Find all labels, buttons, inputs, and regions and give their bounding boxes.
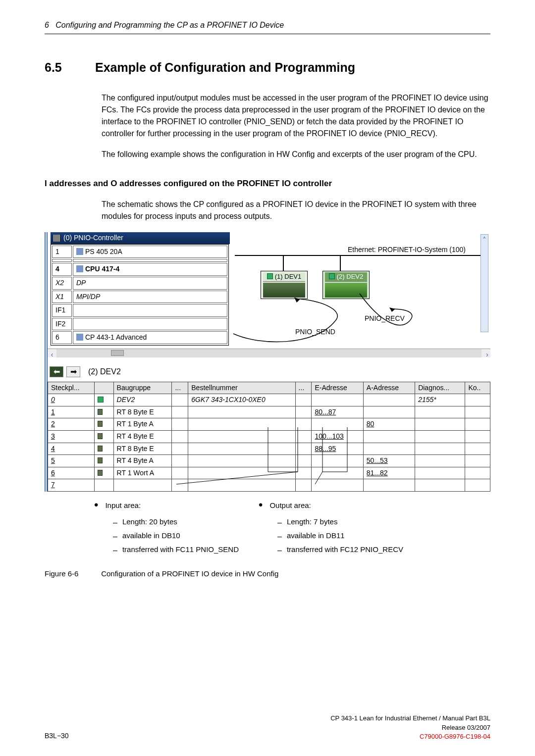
scroll-left-icon[interactable]: ‹	[48, 349, 56, 357]
net-bar	[235, 255, 485, 256]
subheading: I addresses and O addresses configured o…	[45, 178, 490, 190]
device-icon	[267, 273, 273, 279]
module-icon	[98, 457, 103, 463]
module-icon	[98, 409, 103, 415]
module-icon	[98, 446, 103, 452]
module-icon	[98, 470, 103, 476]
device-dev1[interactable]: (1) DEV1	[261, 271, 308, 299]
footer-line1: CP 343-1 Lean for Industrial Ethernet / …	[330, 714, 490, 723]
footer-line2: Release 03/2007	[330, 723, 490, 732]
output-title: Output area:	[269, 501, 311, 509]
page-header: 6 Configuring and Programming the CP as …	[45, 20, 490, 34]
input-title: Input area:	[105, 501, 141, 509]
rack-titlebar: (0) PNIO-Controller	[51, 232, 230, 244]
module-table: Steckpl...Baugruppe...Bestellnummer...E-…	[48, 382, 490, 492]
list-item: available in DB10	[113, 530, 239, 542]
page-footer: B3L−30 CP 343-1 Lean for Industrial Ethe…	[45, 714, 490, 741]
footer-page: B3L−30	[45, 731, 69, 741]
slot-icon	[76, 334, 83, 341]
list-item: Length: 7 bytes	[277, 516, 403, 528]
list-item: transferred with FC11 PNIO_SEND	[113, 544, 239, 556]
module-icon	[98, 433, 103, 439]
page-header-text: Configuring and Programming the CP as a …	[55, 21, 284, 29]
heading-num: 6.5	[45, 59, 92, 76]
nav-label: (2) DEV2	[88, 366, 121, 377]
footer-line3: C79000-G8976-C198-04	[330, 732, 490, 741]
paragraph-3: The schematic shows the CP configured as…	[102, 199, 490, 222]
net-label: Ethernet: PROFINET-IO-System (100)	[348, 245, 466, 255]
area-notes: Input area: Length: 20 bytesavailable in…	[94, 497, 490, 558]
nav-arrows: ⬅ ➡ (2) DEV2	[50, 366, 490, 377]
module-icon	[98, 421, 103, 427]
figure-caption: Figure 6-6 Configuration of a PROFINET I…	[45, 568, 490, 579]
slot-icon	[76, 265, 83, 272]
device-icon	[98, 397, 104, 403]
section-heading: 6.5 Example of Configuration and Program…	[45, 59, 490, 76]
figure-text: Configuration of a PROFINET IO device in…	[101, 569, 278, 578]
list-item: Length: 20 bytes	[113, 516, 239, 528]
device-icon	[329, 273, 335, 279]
list-item: available in DB11	[277, 530, 403, 542]
pnio-send-label: PNIO_SEND	[295, 327, 335, 337]
nav-back-button[interactable]: ⬅	[50, 366, 63, 377]
page-header-num: 6	[45, 21, 49, 29]
barcode-icon	[54, 235, 60, 242]
slot-icon	[76, 248, 83, 255]
scroll-up-icon[interactable]: ˄	[481, 235, 488, 242]
scroll-thumb[interactable]	[111, 350, 124, 356]
scroll-right-icon[interactable]: ›	[482, 349, 490, 357]
paragraph-1: The configured input/output modules must…	[102, 92, 490, 140]
list-item: transferred with FC12 PNIO_RECV	[277, 544, 403, 556]
figure-num: Figure 6-6	[45, 568, 99, 579]
hscroll[interactable]: ‹ ›	[48, 349, 490, 357]
rack-table: 1PS 405 20A4CPU 417-4X2DPX1MPI/DPIF1IF26…	[51, 244, 229, 346]
rack-title-text: (0) PNIO-Controller	[63, 233, 123, 243]
nav-fwd-button[interactable]: ➡	[66, 366, 80, 377]
pnio-recv-label: PNIO_RECV	[365, 314, 405, 324]
svg-marker-1	[389, 307, 395, 312]
device-dev2[interactable]: (2) DEV2	[322, 271, 370, 299]
hw-config-screenshot: (0) PNIO-Controller 1PS 405 20A4CPU 417-…	[45, 232, 490, 492]
heading-title: Example of Configuration and Programming	[95, 60, 355, 74]
paragraph-2: The following example shows the configur…	[102, 149, 490, 160]
